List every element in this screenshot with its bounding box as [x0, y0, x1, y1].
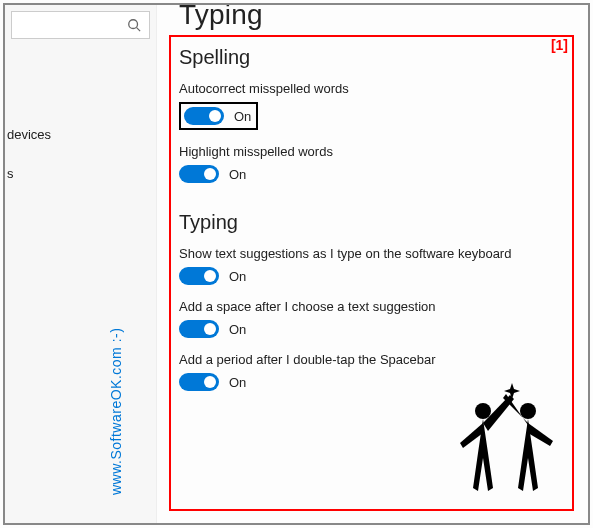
- toggle-period[interactable]: [179, 373, 219, 391]
- setting-highlight: Highlight misspelled words On: [179, 144, 572, 183]
- sidebar: devices s: [5, 5, 157, 523]
- setting-label: Autocorrect misspelled words: [179, 81, 572, 96]
- sidebar-item-devices[interactable]: devices: [5, 119, 156, 150]
- svg-line-1: [137, 28, 141, 32]
- setting-space: Add a space after I choose a text sugges…: [179, 299, 572, 338]
- setting-autocorrect: Autocorrect misspelled words On: [179, 81, 572, 130]
- setting-label: Add a period after I double-tap the Spac…: [179, 352, 572, 367]
- setting-label: Show text suggestions as I type on the s…: [179, 246, 572, 261]
- sidebar-item-label: s: [7, 166, 14, 181]
- decorative-figures: [448, 383, 568, 503]
- svg-point-3: [520, 403, 536, 419]
- section-title-spelling: Spelling: [179, 46, 572, 69]
- toggle-state: On: [229, 269, 246, 284]
- toggle-highlight[interactable]: [179, 165, 219, 183]
- toggle-state: On: [234, 109, 251, 124]
- content: Typing [1] Spelling Autocorrect misspell…: [157, 5, 588, 523]
- annotation-label: [1]: [551, 37, 568, 53]
- watermark-text: www.SoftwareOK.com :-): [108, 328, 124, 495]
- sidebar-item-1[interactable]: s: [5, 158, 156, 189]
- toggle-state: On: [229, 322, 246, 337]
- setting-label: Highlight misspelled words: [179, 144, 572, 159]
- toggle-state: On: [229, 375, 246, 390]
- svg-point-2: [475, 403, 491, 419]
- setting-suggestions: Show text suggestions as I type on the s…: [179, 246, 572, 285]
- sidebar-item-label: devices: [7, 127, 51, 142]
- search-icon: [127, 18, 141, 32]
- setting-label: Add a space after I choose a text sugges…: [179, 299, 572, 314]
- toggle-autocorrect[interactable]: [184, 107, 224, 125]
- callout-box: On: [179, 102, 258, 130]
- search-box[interactable]: [11, 11, 150, 39]
- toggle-space[interactable]: [179, 320, 219, 338]
- section-title-typing: Typing: [179, 211, 572, 234]
- svg-point-0: [129, 20, 138, 29]
- toggle-state: On: [229, 167, 246, 182]
- page-title: Typing: [179, 3, 572, 31]
- toggle-suggestions[interactable]: [179, 267, 219, 285]
